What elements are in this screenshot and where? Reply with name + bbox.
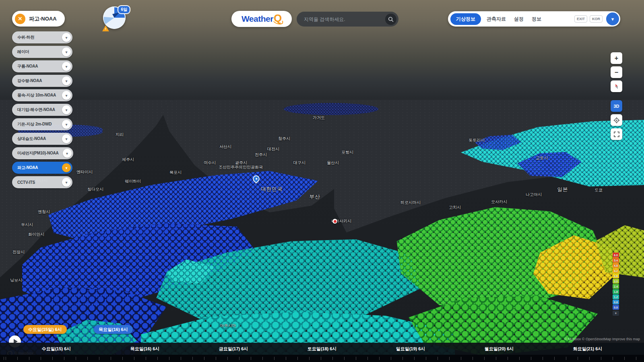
- active-layer-chip[interactable]: ✕ 파고-NOAA: [12, 11, 65, 27]
- logo-q: Q: [274, 12, 282, 25]
- nav-item[interactable]: 기상정보: [450, 13, 481, 25]
- top-navbar: 기상정보관측자료설정정보 EXIT KOR ▾: [448, 11, 620, 27]
- map-place-label: 화이안시: [28, 232, 44, 237]
- current-time-tooltip[interactable]: 수요일(15일) 6시: [23, 325, 67, 334]
- timeline-days: 수요일(15) 6시목요일(16) 6시금요일(17) 6시토요일(18) 6시…: [0, 343, 644, 355]
- chevron-down-icon[interactable]: ▾: [63, 149, 72, 158]
- chevron-down-icon[interactable]: ▾: [62, 47, 71, 56]
- legend-cell: 4.2: [613, 268, 619, 273]
- search-bar[interactable]: [297, 12, 398, 27]
- legend-cell: 2.4: [613, 284, 619, 289]
- chevron-down-icon[interactable]: ▾: [62, 105, 71, 114]
- layer-pill-label: 상대습도-NOAA: [17, 136, 46, 142]
- timeline-day[interactable]: 토요일(18) 6시: [308, 346, 337, 352]
- close-icon[interactable]: ✕: [15, 14, 25, 24]
- layer-pill[interactable]: CCTV-ITS ▾: [12, 176, 72, 188]
- map-place-label: 제주시: [122, 157, 134, 162]
- chevron-down-icon[interactable]: ▾: [62, 163, 71, 172]
- weather-forecast-widget[interactable]: 6일 !: [103, 6, 129, 32]
- selected-city-marker[interactable]: [332, 219, 337, 224]
- layer-pill-label: 구름-NOAA: [17, 64, 38, 69]
- map-place-label: 우시시: [21, 222, 33, 228]
- layer-pill[interactable]: 미세먼지(PM10)-NOAA ▾: [12, 147, 73, 159]
- layer-pill[interactable]: 풍속-지상 10m-NOAA ▾: [12, 89, 72, 101]
- map-place-label: 웨이하이: [125, 179, 141, 184]
- compass-button[interactable]: [611, 80, 622, 92]
- map-place-label: 전장시: [12, 249, 25, 255]
- logo-word: Weather: [242, 14, 273, 24]
- legend-cell: 5.4: [613, 258, 619, 263]
- timeline-day[interactable]: 월요일(20) 6시: [485, 346, 514, 352]
- layer-pill-label: 강수량-NOAA: [17, 78, 42, 84]
- forecast-days-badge: 6일: [118, 5, 130, 14]
- timeline-scrubber[interactable]: [0, 355, 644, 362]
- map-place-label: 히로시마시: [400, 200, 421, 206]
- map-controls: + − 3D: [611, 52, 622, 140]
- layer-pill[interactable]: 기온-지상 2m-DWD ▾: [12, 118, 72, 130]
- map-attribution[interactable]: © Mapbox © OpenStreetMap Improve this ma…: [564, 337, 640, 341]
- chevron-down-icon[interactable]: ▾: [62, 134, 71, 143]
- map-place-label: 일본: [557, 186, 568, 193]
- legend-cell: 3.6: [613, 274, 619, 278]
- nav-items: 기상정보관측자료설정정보: [450, 13, 545, 25]
- legend-cell: 0.0: [613, 305, 619, 310]
- search-input[interactable]: [303, 16, 385, 23]
- legend-expand-button[interactable]: +: [613, 311, 619, 316]
- legend-cell: 0.6: [613, 300, 619, 304]
- chevron-down-icon[interactable]: ▾: [62, 76, 71, 85]
- layer-pill[interactable]: 구름-NOAA ▾: [12, 60, 72, 72]
- timeline-day[interactable]: 수요일(15) 6시: [42, 346, 71, 352]
- layer-pill-label: 수위-하천: [17, 35, 34, 40]
- legend-cell: 6.0: [613, 253, 619, 257]
- layer-pill[interactable]: 파고-NOAA ▾: [12, 162, 72, 174]
- timeline-day[interactable]: 일요일(19) 6시: [396, 346, 425, 352]
- nav-item[interactable]: 관측자료: [487, 16, 506, 23]
- layer-pill-label: CCTV-ITS: [17, 180, 35, 185]
- fullscreen-button[interactable]: [611, 128, 622, 140]
- legend-cell: 1.8: [613, 289, 619, 294]
- chevron-down-icon[interactable]: ▾: [62, 91, 71, 100]
- layer-pill[interactable]: 레이더 ▾: [12, 46, 72, 58]
- map-place-label: 도쿄: [594, 187, 603, 193]
- chevron-down-icon[interactable]: ▾: [62, 33, 71, 42]
- layer-pill-label: 레이더: [17, 49, 29, 55]
- map-place-label: 목포시: [169, 170, 182, 175]
- map-place-label: 울산시: [327, 160, 339, 166]
- map-place-label: 대구시: [293, 160, 305, 166]
- layer-pill[interactable]: 강수량-NOAA ▾: [12, 75, 72, 87]
- nav-badges: EXIT KOR: [574, 15, 603, 23]
- zoom-out-button[interactable]: −: [611, 66, 622, 78]
- collapse-menu-button[interactable]: ▾: [606, 12, 619, 25]
- 3d-toggle-button[interactable]: 3D: [611, 100, 622, 112]
- zoom-in-button[interactable]: +: [611, 52, 622, 64]
- timeline-day[interactable]: 목요일(16) 6시: [130, 346, 160, 352]
- selected-time-tooltip[interactable]: 목요일(16) 6시: [94, 325, 133, 334]
- map-place-label: 돗토리시: [469, 138, 485, 143]
- layer-pill-label: 대기압-해수면-NOAA: [17, 107, 55, 113]
- layer-pill[interactable]: 상대습도-NOAA ▾: [12, 133, 72, 145]
- layer-pill[interactable]: 수위-하천 ▾: [12, 31, 72, 43]
- map-place-label: 닝보시: [10, 278, 22, 283]
- exit-button[interactable]: EXIT: [574, 15, 587, 23]
- map-place-label: 전주시: [255, 152, 267, 158]
- search-button[interactable]: [385, 14, 396, 25]
- nav-item[interactable]: 정보: [532, 16, 541, 23]
- timeline-bar: 수요일(15) 6시목요일(16) 6시금요일(17) 6시토요일(18) 6시…: [0, 343, 644, 362]
- nav-item[interactable]: 설정: [514, 16, 524, 23]
- timeline-day[interactable]: 금요일(17) 6시: [219, 346, 248, 352]
- geolocate-button[interactable]: [611, 114, 622, 126]
- chevron-down-icon[interactable]: ▾: [62, 62, 71, 71]
- map-place-label: 서산시: [219, 144, 231, 150]
- language-selector[interactable]: KOR: [590, 15, 603, 23]
- chevron-down-icon[interactable]: ▾: [62, 120, 71, 129]
- timeline-day[interactable]: 화요일(21) 6시: [573, 346, 603, 352]
- app-logo[interactable]: Weather Q: [231, 11, 292, 27]
- chevron-down-icon[interactable]: ▾: [62, 178, 71, 187]
- map-place-label: 대전시: [267, 146, 279, 152]
- layer-pill[interactable]: 대기압-해수면-NOAA ▾: [12, 104, 72, 116]
- geolocate-icon: [613, 117, 620, 123]
- layer-list: 수위-하천 ▾ 레이더 ▾ 구름-NOAA ▾ 강수량-NOAA ▾ 풍속-지상…: [12, 31, 73, 188]
- map-place-label: 포항시: [341, 150, 353, 155]
- layer-pill-label: 기온-지상 2m-DWD: [17, 121, 52, 127]
- layer-pill-label: 파고-NOAA: [17, 165, 38, 171]
